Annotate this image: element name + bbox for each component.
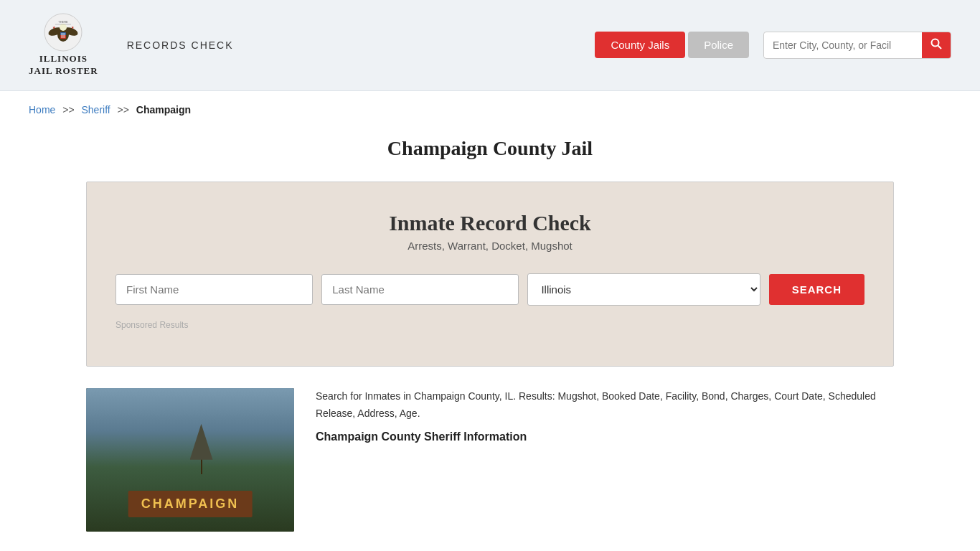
svg-text:THERE: THERE (59, 20, 69, 24)
sheriff-info-heading: Champaign County Sheriff Information (316, 430, 894, 443)
breadcrumb-sheriff[interactable]: Sheriff (82, 104, 110, 116)
page-title-section: Champaign County Jail (0, 123, 980, 182)
breadcrumb-sep2: >> (118, 104, 129, 116)
svg-line-15 (938, 45, 942, 49)
breadcrumb-current: Champaign (136, 104, 191, 116)
county-jails-button[interactable]: County Jails (595, 32, 685, 58)
inmate-check-section: Inmate Record Check Arrests, Warrant, Do… (86, 182, 894, 367)
jail-sign: CHAMPAIGN (128, 491, 253, 517)
logo-text: ILLINOIS JAIL ROSTER (29, 53, 98, 77)
header-search-bar (763, 32, 951, 59)
description-paragraph: Search for Inmates in Champaign County, … (316, 388, 894, 423)
sponsored-label: Sponsored Results (116, 320, 864, 330)
records-check-label: RECORDS CHECK (127, 39, 234, 51)
site-logo[interactable]: THERE ★ ★ ILLINOIS JAIL ROSTER (29, 13, 98, 77)
main-nav: County Jails Police (595, 32, 951, 59)
inmate-check-subtitle: Arrests, Warrant, Docket, Mugshot (116, 240, 864, 252)
inmate-check-title: Inmate Record Check (116, 211, 864, 235)
logo-flag-icon: THERE ★ ★ (44, 13, 83, 52)
first-name-input[interactable] (116, 274, 313, 305)
svg-point-4 (60, 24, 67, 31)
breadcrumb-home[interactable]: Home (29, 104, 55, 116)
search-button[interactable]: SEARCH (769, 274, 864, 305)
page-title: Champaign County Jail (29, 137, 951, 160)
breadcrumb-sep1: >> (62, 104, 74, 116)
header-search-button[interactable] (922, 32, 951, 58)
svg-point-14 (932, 39, 939, 46)
inmate-form-row: AlabamaAlaskaArizonaArkansasCaliforniaCo… (116, 273, 864, 306)
header-search-input[interactable] (764, 34, 922, 57)
breadcrumb: Home >> Sheriff >> Champaign (0, 91, 980, 123)
jail-image: CHAMPAIGN (86, 388, 294, 532)
site-header: THERE ★ ★ ILLINOIS JAIL ROSTER RECORDS C… (0, 0, 980, 91)
bottom-section: CHAMPAIGN Search for Inmates in Champaig… (0, 388, 980, 551)
last-name-input[interactable] (321, 274, 519, 305)
bottom-text-area: Search for Inmates in Champaign County, … (316, 388, 894, 450)
search-icon (930, 38, 942, 50)
state-select[interactable]: AlabamaAlaskaArizonaArkansasCaliforniaCo… (527, 273, 760, 306)
police-button[interactable]: Police (688, 32, 749, 58)
